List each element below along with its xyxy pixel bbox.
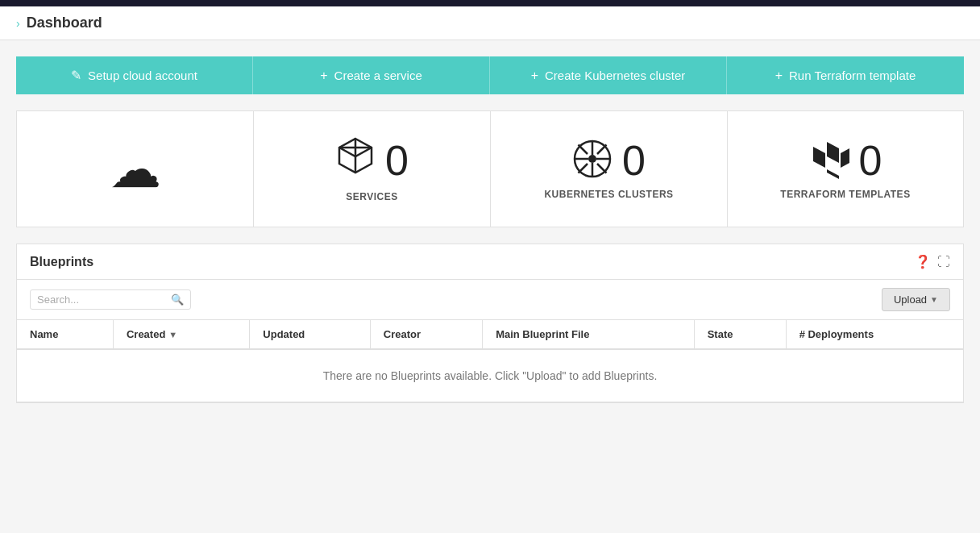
svg-marker-12 xyxy=(841,148,849,168)
blueprints-title: Blueprints xyxy=(30,255,93,269)
main-content: ✎ Setup cloud account + Create a service… xyxy=(0,40,980,419)
col-state: State xyxy=(694,320,786,349)
svg-line-7 xyxy=(597,164,607,173)
svg-marker-10 xyxy=(813,147,825,168)
services-label: SERVICES xyxy=(346,191,397,202)
svg-line-9 xyxy=(579,164,588,173)
services-card-inner: 0 xyxy=(335,135,409,185)
svg-line-8 xyxy=(597,144,607,154)
kubernetes-card-inner: 0 xyxy=(572,139,646,182)
cloud-card-inner: ☁ xyxy=(110,139,161,199)
col-deployments: # Deployments xyxy=(786,320,963,349)
empty-message: There are no Blueprints available. Click… xyxy=(17,349,963,402)
search-input[interactable] xyxy=(37,294,168,306)
page-title: Dashboard xyxy=(27,15,102,31)
cloud-icon: ☁ xyxy=(110,139,161,199)
setup-cloud-label: Setup cloud account xyxy=(88,69,197,82)
blueprints-section: Blueprints ❓ ⛶ 🔍 Upload ▼ Name xyxy=(16,244,964,403)
action-buttons-row: ✎ Setup cloud account + Create a service… xyxy=(16,56,964,94)
run-terraform-label: Run Terraform template xyxy=(789,69,916,82)
col-created[interactable]: Created ▼ xyxy=(113,320,249,349)
breadcrumb-arrow: › xyxy=(16,17,20,30)
expand-icon[interactable]: ⛶ xyxy=(937,255,950,269)
run-terraform-button[interactable]: + Run Terraform template xyxy=(727,56,964,94)
stats-row: ☁ 0 SERVICES xyxy=(16,110,964,227)
terraform-label: TERRAFORM TEMPLATES xyxy=(780,189,910,200)
col-updated: Updated xyxy=(250,320,370,349)
kubernetes-icon xyxy=(572,139,612,182)
plus-icon-terraform: + xyxy=(775,69,783,83)
services-stat-card: 0 SERVICES xyxy=(253,110,490,227)
pencil-icon: ✎ xyxy=(71,68,81,83)
col-name: Name xyxy=(17,320,113,349)
svg-marker-11 xyxy=(827,142,839,163)
blueprints-table-wrapper: Name Created ▼ Updated Creator xyxy=(17,320,963,402)
col-creator: Creator xyxy=(370,320,482,349)
box-icon xyxy=(335,135,376,185)
help-icon[interactable]: ❓ xyxy=(915,254,931,269)
svg-line-6 xyxy=(579,144,588,154)
sort-arrow-icon: ▼ xyxy=(168,330,177,339)
header: › Dashboard xyxy=(0,6,980,40)
empty-row: There are no Blueprints available. Click… xyxy=(17,349,963,402)
kubernetes-label: KUBERNETES CLUSTERS xyxy=(544,189,673,200)
create-service-button[interactable]: + Create a service xyxy=(253,56,490,94)
table-head: Name Created ▼ Updated Creator xyxy=(17,320,963,349)
create-kubernetes-button[interactable]: + Create Kubernetes cluster xyxy=(490,56,727,94)
terraform-stat-card: 0 TERRAFORM TEMPLATES xyxy=(727,110,964,227)
blueprints-toolbar: 🔍 Upload ▼ xyxy=(17,280,963,320)
services-count: 0 xyxy=(385,139,409,181)
terraform-icon xyxy=(809,139,849,182)
svg-point-1 xyxy=(588,155,596,163)
setup-cloud-button[interactable]: ✎ Setup cloud account xyxy=(16,56,253,94)
blueprints-header-actions: ❓ ⛶ xyxy=(915,254,950,269)
upload-label: Upload xyxy=(894,294,927,306)
blueprints-header: Blueprints ❓ ⛶ xyxy=(17,244,963,280)
search-icon: 🔍 xyxy=(171,294,184,306)
terraform-card-inner: 0 xyxy=(809,139,882,182)
search-wrapper: 🔍 xyxy=(30,289,191,310)
kubernetes-count: 0 xyxy=(622,139,646,181)
plus-icon-kubernetes: + xyxy=(531,69,538,83)
table-header-row: Name Created ▼ Updated Creator xyxy=(17,320,963,349)
svg-marker-13 xyxy=(827,169,839,179)
table-body: There are no Blueprints available. Click… xyxy=(17,349,963,402)
plus-icon-service: + xyxy=(320,69,327,83)
top-bar xyxy=(0,0,980,6)
create-kubernetes-label: Create Kubernetes cluster xyxy=(545,69,685,82)
terraform-count: 0 xyxy=(859,139,882,181)
col-main-file: Main Blueprint File xyxy=(483,320,695,349)
kubernetes-stat-card: 0 KUBERNETES CLUSTERS xyxy=(490,110,727,227)
create-service-label: Create a service xyxy=(334,69,422,82)
upload-caret-icon: ▼ xyxy=(930,295,938,304)
upload-button[interactable]: Upload ▼ xyxy=(882,288,950,311)
blueprints-table: Name Created ▼ Updated Creator xyxy=(17,320,963,402)
cloud-stat-card: ☁ xyxy=(16,110,253,227)
